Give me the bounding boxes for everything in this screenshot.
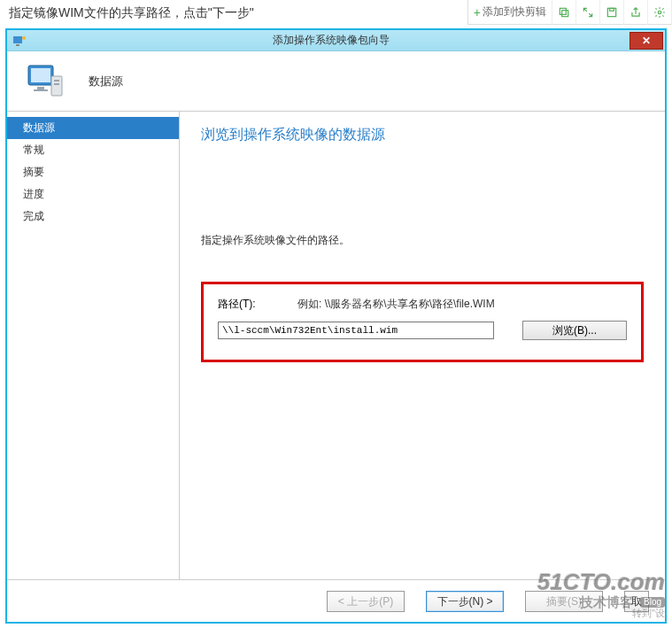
- close-icon: ✕: [642, 35, 651, 47]
- svg-rect-13: [54, 80, 59, 81]
- gear-icon: [653, 6, 666, 19]
- copy-button[interactable]: [552, 0, 576, 25]
- cancel-button-partial[interactable]: 取: [624, 591, 649, 612]
- copy-icon: [558, 6, 570, 19]
- sidebar-item-label: 数据源: [23, 121, 55, 134]
- page-title: 数据源: [89, 74, 123, 89]
- path-input[interactable]: [218, 322, 494, 339]
- wizard-main-panel: 浏览到操作系统映像的数据源 指定操作系统映像文件的路径。 路径(T): 例如: …: [180, 112, 665, 579]
- svg-rect-10: [37, 87, 44, 89]
- svg-rect-0: [562, 10, 568, 16]
- wizard-footer: < 上一步(P) 下一步(N) > 摘要(S) 取: [7, 579, 665, 622]
- sidebar-item-label: 常规: [23, 143, 44, 156]
- svg-rect-6: [16, 44, 19, 46]
- sidebar-item-summary[interactable]: 摘要: [7, 161, 179, 183]
- wizard-window: 添加操作系统映像包向导 ✕ 数据源 数据源 常规 摘要 进度 完成: [5, 28, 667, 624]
- computer-icon: [25, 60, 67, 103]
- expand-icon: [582, 6, 594, 19]
- app-icon: [12, 34, 27, 48]
- save-icon: [606, 6, 618, 19]
- editor-toolbar: + 添加到快剪辑: [467, 0, 672, 25]
- wizard-sidebar: 数据源 常规 摘要 进度 完成: [7, 112, 180, 579]
- sidebar-item-data-source[interactable]: 数据源: [7, 117, 179, 139]
- path-label: 路径(T):: [218, 297, 297, 312]
- highlighted-region: 路径(T): 例如: \\服务器名称\共享名称\路径\file.WIM 浏览(B…: [201, 282, 644, 362]
- next-button[interactable]: 下一步(N) >: [426, 591, 504, 612]
- titlebar: 添加操作系统映像包向导 ✕: [7, 30, 665, 51]
- sidebar-item-general[interactable]: 常规: [7, 139, 179, 161]
- svg-rect-11: [34, 89, 48, 91]
- svg-point-7: [22, 36, 26, 40]
- sidebar-item-complete[interactable]: 完成: [7, 205, 179, 228]
- path-example: 例如: \\服务器名称\共享名称\路径\file.WIM: [297, 297, 495, 312]
- plus-icon: +: [474, 5, 481, 19]
- svg-rect-5: [13, 36, 22, 43]
- svg-rect-2: [607, 8, 615, 16]
- summary-button: 摘要(S): [525, 591, 603, 612]
- browse-button[interactable]: 浏览(B)...: [522, 321, 627, 340]
- add-to-clip-label: 添加到快剪辑: [483, 4, 546, 19]
- svg-rect-3: [610, 8, 614, 11]
- svg-rect-1: [560, 8, 566, 14]
- main-heading: 浏览到操作系统映像的数据源: [201, 126, 644, 144]
- path-instruction: 指定操作系统映像文件的路径。: [201, 233, 644, 248]
- previous-button: < 上一步(P): [327, 591, 405, 612]
- svg-point-4: [658, 11, 661, 14]
- save-button[interactable]: [600, 0, 624, 25]
- svg-rect-14: [54, 83, 59, 85]
- sidebar-item-progress[interactable]: 进度: [7, 183, 179, 205]
- share-icon: [630, 6, 642, 19]
- wizard-header: 数据源: [7, 51, 665, 112]
- svg-rect-12: [51, 76, 62, 96]
- expand-button[interactable]: [576, 0, 600, 25]
- add-to-clip-button[interactable]: + 添加到快剪辑: [468, 0, 552, 25]
- svg-rect-9: [31, 68, 50, 82]
- sidebar-item-label: 摘要: [23, 166, 44, 178]
- sidebar-item-label: 进度: [23, 188, 44, 200]
- window-title: 添加操作系统映像包向导: [32, 33, 630, 48]
- sidebar-item-label: 完成: [23, 210, 44, 222]
- close-button[interactable]: ✕: [630, 32, 663, 50]
- share-button[interactable]: [624, 0, 648, 25]
- settings-button[interactable]: [648, 0, 672, 25]
